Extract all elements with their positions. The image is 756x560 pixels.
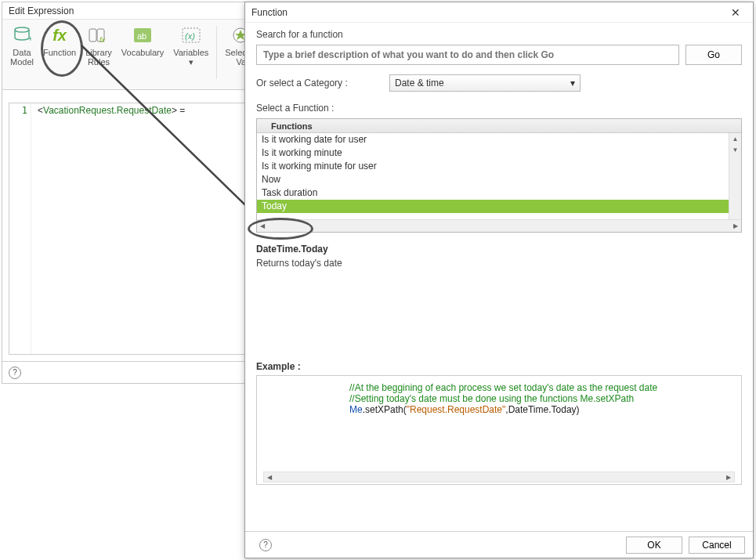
function-button[interactable]: fx Function [38,23,81,68]
category-select[interactable]: Date & time ▾ [389,74,581,92]
variables-icon: (x) [180,24,202,46]
svg-text:(x): (x) [185,31,195,41]
library-rules-button[interactable]: fx Library Rules [81,23,117,68]
list-item[interactable]: Now [257,173,729,186]
search-label: Search for a function [256,29,742,40]
fx-icon: fx [49,24,71,46]
dialog-titlebar: Function ✕ [245,2,753,23]
select-function-label: Select a Function : [256,103,742,114]
example-code: //At the beggining of each process we se… [263,382,735,470]
data-model-button[interactable]: + Data Model [5,23,38,68]
svg-text:fx: fx [99,36,106,44]
close-icon: ✕ [731,6,740,19]
list-item-selected[interactable]: Today [257,200,729,213]
cancel-button[interactable]: Cancel [689,537,745,554]
go-button[interactable]: Go [685,45,742,65]
category-label: Or select a Category : [256,78,382,89]
example-scrollbar[interactable]: ◀ ▶ [263,471,735,482]
function-label: Function [43,48,76,68]
data-model-label: Data Model [10,48,34,68]
variables-label: Variables ▾ [173,48,208,68]
example-label: Example : [256,361,742,372]
vocabulary-button[interactable]: ab Vocabulary [117,23,168,68]
search-input[interactable] [256,45,679,65]
function-list-header[interactable]: Functions [257,119,741,133]
category-value: Date & time [395,78,444,89]
scroll-up-icon[interactable]: ▲ [729,133,741,144]
help-icon[interactable]: ? [259,539,272,551]
scroll-right-icon[interactable]: ▶ [723,474,734,481]
help-icon[interactable]: ? [9,367,21,379]
library-rules-icon: fx [88,24,110,46]
svg-rect-2 [89,29,96,42]
code-line: <VacationRequest.RequestDate> = [38,105,185,116]
ok-button[interactable]: OK [626,537,682,554]
description-title: DateTime.Today [256,244,742,255]
list-item[interactable]: Is it working minute for user [257,160,729,173]
list-item[interactable]: Is it working date for user [257,133,729,146]
function-dialog: Function ✕ Search for a function Go Or s… [244,2,754,558]
function-list: Functions Is it working date for user Is… [256,118,742,233]
line-number-gutter: 1 [9,103,31,354]
dialog-title-text: Function [251,7,288,18]
dialog-footer: ? OK Cancel [245,531,753,558]
example-box: //At the beggining of each process we se… [256,375,742,485]
list-item[interactable]: Task duration [257,186,729,200]
svg-text:ab: ab [137,31,146,41]
variables-button[interactable]: (x) Variables ▾ [168,23,213,68]
scroll-right-icon[interactable]: ▶ [730,222,741,229]
description-text: Returns today's date [256,255,742,356]
close-button[interactable]: ✕ [725,3,747,22]
library-rules-label: Library Rules [85,48,112,68]
list-item[interactable]: Is it working minute [257,146,729,160]
scroll-left-icon[interactable]: ◀ [257,222,268,229]
chevron-down-icon: ▾ [570,78,575,89]
scroll-down-icon[interactable]: ▼ [729,144,741,155]
svg-text:+: + [28,34,31,43]
svg-point-0 [15,27,29,32]
vertical-scrollbar[interactable]: ▲ ▼ [729,133,741,219]
vocabulary-label: Vocabulary [121,48,164,68]
vocabulary-icon: ab [132,24,154,46]
database-icon: + [11,24,33,46]
ribbon-separator [216,26,217,79]
scroll-left-icon[interactable]: ◀ [264,474,275,481]
horizontal-scrollbar[interactable]: ◀ ▶ [257,219,741,232]
